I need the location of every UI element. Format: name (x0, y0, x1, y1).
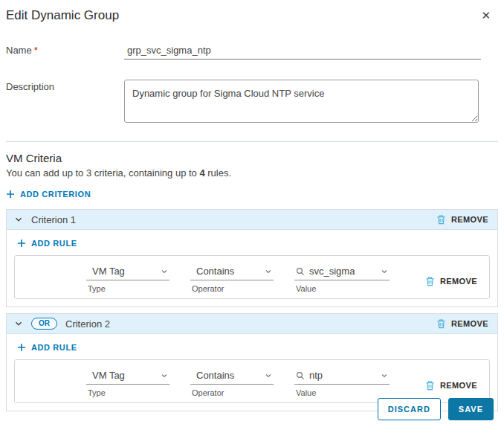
operator-select-value: Contains (192, 266, 265, 277)
operator-select-value: Contains (192, 370, 265, 381)
type-field: VM Tag Type (86, 264, 169, 293)
value-select-value: svc_sigma (305, 266, 381, 277)
criterion-1-remove-button[interactable]: REMOVE (436, 214, 488, 225)
type-select[interactable]: VM Tag (86, 368, 169, 385)
section-divider (6, 141, 498, 142)
subtitle-bold-number: 4 (199, 167, 204, 179)
name-input[interactable] (124, 43, 481, 60)
description-label: Description (0, 80, 124, 92)
subtitle-suffix: rules. (205, 167, 231, 179)
dialog-footer: DISCARD SAVE (378, 398, 494, 420)
subtitle-prefix: You can add up to 3 criteria, containing… (6, 167, 199, 179)
page-title: Edit Dynamic Group (6, 8, 119, 23)
value-field: svc_sigma Value (294, 264, 390, 293)
operator-field-label: Operator (190, 388, 274, 397)
remove-label: REMOVE (440, 277, 477, 286)
criterion-1: Criterion 1 REMOVE ADD RULE (6, 209, 498, 307)
rule-remove-button[interactable]: REMOVE (425, 276, 477, 286)
vm-criteria-subtitle: You can add up to 3 criteria, containing… (6, 167, 498, 179)
chevron-down-icon[interactable] (14, 215, 23, 224)
criterion-2-header: OR Criterion 2 REMOVE (7, 314, 497, 334)
description-textarea[interactable]: Dynamic group for Sigma Cloud NTP servic… (124, 80, 479, 123)
search-icon (296, 267, 305, 276)
value-field: ntp Value (294, 368, 390, 397)
rule-row: VM Tag Type Contains (14, 255, 490, 299)
chevron-down-icon[interactable] (14, 319, 23, 328)
criterion-2: OR Criterion 2 REMOVE ADD RULE (6, 313, 498, 411)
plus-icon (17, 239, 26, 248)
criterion-2-remove-button[interactable]: REMOVE (436, 318, 488, 329)
operator-select[interactable]: Contains (190, 264, 274, 280)
chevron-down-icon (265, 268, 272, 275)
rule-remove-button[interactable]: REMOVE (425, 380, 477, 391)
add-criterion-label: ADD CRITERION (20, 190, 91, 199)
vm-criteria-heading: VM Criteria (6, 152, 498, 164)
type-select-value: VM Tag (88, 370, 161, 381)
criterion-title: Criterion 1 (31, 214, 76, 225)
rule-row: VM Tag Type Contains (14, 359, 490, 403)
close-icon[interactable]: ✕ (479, 8, 492, 22)
remove-label: REMOVE (451, 215, 488, 224)
type-select[interactable]: VM Tag (86, 264, 169, 280)
name-label-text: Name (6, 45, 32, 56)
chevron-down-icon (161, 268, 168, 275)
type-field-label: Type (86, 388, 169, 397)
type-select-value: VM Tag (88, 266, 161, 277)
search-icon (296, 371, 305, 380)
add-rule-button[interactable]: ADD RULE (17, 343, 77, 352)
value-select-value: ntp (305, 370, 381, 381)
trash-icon (425, 276, 435, 286)
trash-icon (436, 318, 446, 329)
operator-field: Contains Operator (190, 264, 274, 293)
operator-select[interactable]: Contains (190, 368, 274, 385)
type-field: VM Tag Type (86, 368, 169, 397)
rule-fields: VM Tag Type Contains (86, 264, 390, 293)
remove-label: REMOVE (451, 319, 488, 328)
add-rule-label: ADD RULE (31, 343, 77, 352)
save-button[interactable]: SAVE (448, 398, 494, 420)
trash-icon (425, 380, 435, 391)
operator-field-label: Operator (190, 284, 274, 293)
rule-fields: VM Tag Type Contains (86, 368, 390, 397)
add-rule-button[interactable]: ADD RULE (17, 239, 77, 248)
add-rule-label: ADD RULE (31, 239, 77, 248)
value-select[interactable]: ntp (294, 368, 390, 385)
chevron-down-icon (381, 372, 388, 379)
plus-icon (6, 190, 15, 199)
plus-icon (17, 343, 26, 352)
required-asterisk: * (34, 45, 38, 56)
chevron-down-icon (265, 372, 272, 379)
description-row: Description Dynamic group for Sigma Clou… (0, 80, 504, 123)
add-criterion-button[interactable]: ADD CRITERION (6, 190, 91, 199)
edit-dynamic-group-dialog: Edit Dynamic Group ✕ Name* Description D… (0, 0, 504, 427)
name-row: Name* (0, 43, 504, 60)
or-operator-badge: OR (31, 318, 57, 330)
trash-icon (436, 214, 446, 225)
discard-button[interactable]: DISCARD (378, 398, 441, 420)
name-label: Name* (0, 43, 124, 56)
value-field-label: Value (294, 388, 390, 397)
value-select[interactable]: svc_sigma (294, 264, 390, 280)
operator-field: Contains Operator (190, 368, 274, 397)
criterion-1-header: Criterion 1 REMOVE (7, 210, 497, 230)
vm-criteria-section: VM Criteria You can add up to 3 criteria… (0, 152, 504, 411)
criterion-1-body: ADD RULE VM Tag Type (7, 230, 497, 306)
remove-label: REMOVE (440, 381, 477, 390)
criterion-title: Criterion 2 (65, 318, 110, 330)
chevron-down-icon (381, 268, 388, 275)
chevron-down-icon (161, 372, 168, 379)
type-field-label: Type (86, 284, 169, 293)
value-field-label: Value (294, 284, 390, 293)
dialog-header: Edit Dynamic Group ✕ (0, 0, 504, 23)
